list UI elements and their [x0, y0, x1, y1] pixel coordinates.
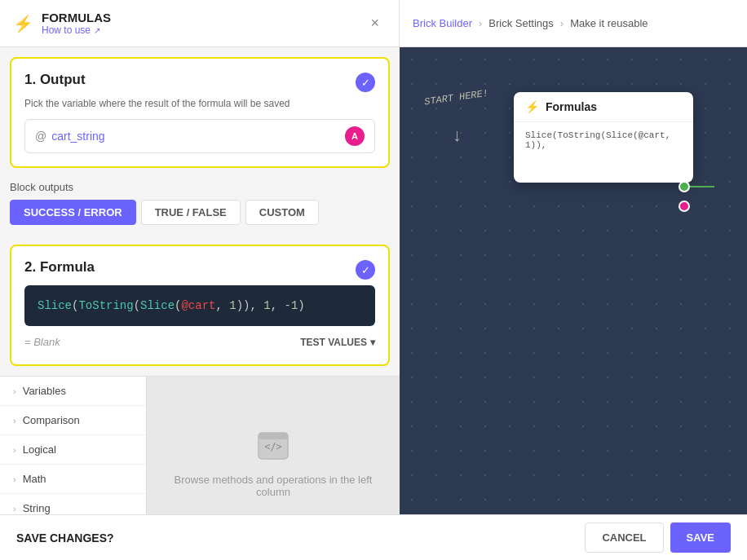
- fn-slice-outer: Slice: [38, 299, 72, 312]
- variable-name: cart_string: [51, 130, 345, 143]
- formula-result-bar: = Blank TEST VALUES ▾: [24, 333, 375, 351]
- footer-label: SAVE CHANGES?: [16, 531, 114, 545]
- formula-var-cart: @cart: [181, 299, 215, 312]
- formula-section-card: 2. Formula ✓ Slice(ToString(Slice(@cart,…: [10, 245, 390, 366]
- output-section-title: 1. Output: [24, 72, 86, 88]
- formula-editor[interactable]: Slice(ToString(Slice(@cart, 1)), 1, -1): [24, 285, 375, 326]
- canvas-formula-card: ⚡ Formulas Slice(ToString(Slice(@cart, 1…: [514, 92, 693, 183]
- method-item-string[interactable]: › String: [0, 494, 146, 514]
- fn-slice-inner: Slice: [140, 299, 175, 312]
- formula-num-2: 1: [263, 299, 270, 312]
- output-section-header: 1. Output ✓: [24, 72, 375, 93]
- code-icon: </>: [257, 431, 290, 467]
- fn-tostring: ToString: [78, 299, 133, 312]
- breadcrumb-item-0[interactable]: Brick Builder: [413, 17, 472, 29]
- block-outputs-section: Block outputs SUCCESS / ERROR TRUE / FAL…: [0, 178, 400, 235]
- output-check-icon: ✓: [356, 73, 375, 92]
- breadcrumb-sep-1: ›: [479, 17, 482, 29]
- svg-rect-1: [259, 433, 288, 439]
- canvas-card-title: Formulas: [546, 100, 597, 113]
- lightning-icon: ⚡: [13, 14, 33, 33]
- avatar-badge: A: [345, 126, 365, 146]
- connector-output-green: [678, 181, 690, 192]
- output-tabs: SUCCESS / ERROR TRUE / FALSE CUSTOM: [10, 200, 390, 225]
- header-left: ⚡ FORMULAS How to use ↗ ×: [0, 0, 400, 46]
- chevron-right-icon-variables: ›: [13, 386, 16, 396]
- at-sign: @: [35, 130, 46, 143]
- connector-line-green: [690, 186, 714, 187]
- header-right: Brick Builder › Brick Settings › Make it…: [400, 17, 747, 29]
- method-label-logical: Logical: [23, 443, 56, 456]
- chevron-right-icon-logical: ›: [13, 445, 16, 455]
- output-section-desc: Pick the variable where the result of th…: [24, 98, 375, 109]
- chevron-right-icon-string: ›: [13, 504, 16, 514]
- left-panel: 1. Output ✓ Pick the variable where the …: [0, 47, 400, 514]
- how-to-use-link[interactable]: How to use ↗: [42, 24, 364, 36]
- browse-panel: </> Browse methods and operations in the…: [147, 377, 400, 514]
- footer-actions: CANCEL SAVE: [585, 523, 731, 553]
- footer: SAVE CHANGES? CANCEL SAVE: [0, 514, 747, 560]
- breadcrumb-sep-2: ›: [560, 17, 564, 29]
- main-layout: 1. Output ✓ Pick the variable where the …: [0, 47, 747, 514]
- external-link-icon: ↗: [94, 26, 100, 35]
- right-panel-canvas: START HERE! ↓ ⚡ Formulas Slice(ToString(…: [400, 47, 747, 514]
- browse-panel-text: Browse methods and operations in the lef…: [163, 474, 383, 498]
- canvas-card-body: Slice(ToString(Slice(@cart, 1)),: [514, 122, 693, 183]
- method-item-variables[interactable]: › Variables: [0, 377, 146, 406]
- connector-output-pink: [678, 201, 690, 212]
- method-columns: › Variables › Comparison › Logical › Mat…: [0, 377, 400, 514]
- chevron-right-icon-comparison: ›: [13, 416, 16, 426]
- formula-check-icon: ✓: [356, 260, 375, 280]
- variable-input[interactable]: @ cart_string A: [24, 119, 375, 153]
- breadcrumb-item-2[interactable]: Make it reusable: [570, 17, 648, 29]
- canvas-lightning-icon: ⚡: [525, 100, 539, 113]
- header-title-block: FORMULAS How to use ↗: [42, 11, 364, 36]
- block-outputs-label: Block outputs: [10, 181, 390, 193]
- svg-text:</>: </>: [264, 441, 282, 452]
- header: ⚡ FORMULAS How to use ↗ × Brick Builder …: [0, 0, 747, 47]
- breadcrumb: Brick Builder › Brick Settings › Make it…: [413, 17, 648, 29]
- formula-num-3: -1: [285, 299, 298, 312]
- tab-custom[interactable]: CUSTOM: [245, 200, 319, 225]
- tab-true-false[interactable]: TRUE / FALSE: [141, 200, 241, 225]
- method-label-comparison: Comparison: [23, 414, 80, 426]
- output-section-card: 1. Output ✓ Pick the variable where the …: [10, 57, 390, 168]
- breadcrumb-item-1[interactable]: Brick Settings: [488, 17, 553, 29]
- app-title: FORMULAS: [42, 11, 364, 24]
- tab-success-error[interactable]: SUCCESS / ERROR: [10, 200, 136, 225]
- method-label-math: Math: [23, 473, 46, 485]
- test-values-button[interactable]: TEST VALUES ▾: [300, 337, 375, 348]
- save-button[interactable]: SAVE: [670, 523, 731, 553]
- start-here-arrow: ↓: [453, 125, 462, 146]
- method-item-logical[interactable]: › Logical: [0, 435, 146, 465]
- cancel-button[interactable]: CANCEL: [585, 523, 663, 553]
- method-list: › Variables › Comparison › Logical › Mat…: [0, 376, 400, 514]
- method-item-comparison[interactable]: › Comparison: [0, 406, 146, 435]
- chevron-down-icon: ▾: [370, 337, 375, 348]
- formula-section-header: 2. Formula ✓: [24, 259, 375, 280]
- close-button[interactable]: ×: [364, 8, 386, 38]
- method-label-string: String: [23, 502, 51, 514]
- method-label-variables: Variables: [23, 385, 66, 397]
- formula-num-1: 1: [229, 299, 236, 312]
- method-item-math[interactable]: › Math: [0, 465, 146, 494]
- formula-section-title: 2. Formula: [24, 259, 95, 276]
- chevron-right-icon-math: ›: [13, 474, 16, 484]
- canvas-card-header: ⚡ Formulas: [514, 92, 693, 122]
- method-col-left: › Variables › Comparison › Logical › Mat…: [0, 377, 147, 514]
- formula-result-value: = Blank: [24, 336, 60, 348]
